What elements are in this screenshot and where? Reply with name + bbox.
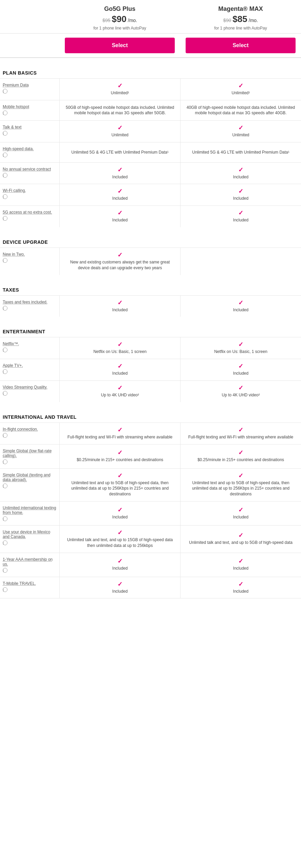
feature-value-0-4-0: ✓Included [59,163,180,184]
table-row: Mobile hotspoti50GB of high-speed mobile… [0,100,301,120]
feature-value-text: Included [233,566,248,571]
feature-value-0-2-0: ✓Unlimited [59,121,180,142]
checkmark-icon: ✓ [117,363,123,369]
section-header-3: ENTERTAINMENT [0,323,301,337]
feature-label-3-0: Netflix™.i [0,337,59,359]
table-row: High-speed data.iUnlimited 5G & 4G LTE w… [0,142,301,162]
info-icon[interactable]: i [3,568,7,573]
info-icon[interactable]: i [3,348,7,352]
feature-value-text: $0.25/minute in 215+ countries and desti… [77,457,163,463]
feature-value-3-1-0: ✓Included [59,359,180,380]
table-row: Talk & texti✓Unlimited✓Unlimited [0,120,301,142]
header-empty [0,5,59,31]
feature-value-text: Included [233,217,248,223]
feature-value-0-3-0: Unlimited 5G & 4G LTE with Unlimited Pre… [59,142,180,162]
checkmark-icon: ✓ [117,188,123,194]
select-button-0[interactable]: Select [65,38,175,53]
feature-value-text: Included [233,589,248,594]
feature-value-text: Included [112,514,128,520]
plan-note-1: for 1 phone line with AutoPay [186,26,296,31]
feature-value-4-0-0: ✓Full-flight texting and Wi-Fi with stre… [59,423,180,444]
feature-value-text: New and existing customers always get th… [65,259,175,271]
checkmark-icon: ✓ [238,83,243,89]
info-icon[interactable]: i [3,433,7,438]
checkmark-icon: ✓ [117,581,123,587]
feature-value-text: Up to 4K UHD video² [222,392,260,398]
feature-value-0-5-1: ✓Included [180,184,301,205]
feature-value-4-3-1: ✓Included [180,501,301,525]
select-empty [0,38,59,53]
feature-value-0-0-0: ✓Unlimited¹ [59,79,180,100]
checkmark-icon: ✓ [238,450,243,456]
checkmark-icon: ✓ [117,385,123,391]
feature-label-2-0: Taxes and fees included.i [0,296,59,317]
table-row: Video Streaming Quality.i✓Up to 4K UHD v… [0,380,301,402]
checkmark-icon: ✓ [117,83,123,89]
checkmark-icon: ✓ [117,300,123,306]
feature-label-3-2: Video Streaming Quality.i [0,381,59,402]
feature-label-0-0: Premium Datai [0,79,59,100]
table-row: Simple Global (texting and data abroad).… [0,468,301,501]
feature-value-4-4-1: ✓Unlimited talk and text, and up to 5GB … [180,526,301,553]
info-icon[interactable]: i [3,173,7,178]
info-icon[interactable]: i [3,516,7,521]
table-row: Premium Datai✓Unlimited¹✓Unlimited¹ [0,78,301,100]
info-icon[interactable]: i [3,258,7,263]
feature-value-4-2-0: ✓Unlimited text and up to 5GB of high-sp… [59,469,180,501]
info-icon[interactable]: i [3,459,7,464]
price-row-0: $95 $90 /mo. [65,14,175,24]
info-icon[interactable]: i [3,484,7,488]
feature-value-text: Included [112,174,128,180]
feature-label-3-1: Apple TV+.i [0,359,59,380]
info-icon[interactable]: i [3,587,7,592]
feature-label-0-5: Wi-Fi calling.i [0,184,59,205]
feature-value-text: Included [233,514,248,520]
feature-label-0-2: Talk & texti [0,121,59,142]
info-icon[interactable]: i [3,111,7,115]
table-row: Use your device in Mexico and Canada.i✓U… [0,525,301,553]
info-icon[interactable]: i [3,369,7,374]
select-button-1[interactable]: Select [186,38,296,53]
info-icon[interactable]: i [3,540,7,545]
feature-value-text: Unlimited¹ [111,90,129,96]
checkmark-icon: ✓ [238,341,243,348]
feature-value-text: 40GB of high-speed mobile hotspot data i… [186,105,296,116]
feature-value-text: Netflix on Us: Basic, 1 screen [93,349,147,355]
feature-value-text: Included [112,589,128,594]
feature-value-text: Full-flight texting and Wi-Fi with strea… [188,434,293,440]
info-icon[interactable]: i [3,194,7,199]
table-row: Unlimited international texting from hom… [0,501,301,525]
feature-value-text: Netflix on Us: Basic, 1 screen [214,349,267,355]
feature-value-1-0-1 [180,248,301,275]
checkmark-icon: ✓ [238,558,243,564]
info-icon[interactable]: i [3,391,7,396]
feature-value-0-3-1: Unlimited 5G & 4G LTE with Unlimited Pre… [180,142,301,162]
feature-value-3-2-0: ✓Up to 4K UHD video² [59,381,180,402]
feature-value-0-5-0: ✓Included [59,184,180,205]
feature-label-0-1: Mobile hotspoti [0,100,59,120]
checkmark-icon: ✓ [117,252,123,258]
section-header-2: TAXES [0,282,301,295]
info-icon[interactable]: i [3,306,7,311]
table-row: New in Two.i✓New and existing customers … [0,248,301,275]
plan-header-0: Go5G Plus $95 $90 /mo. for 1 phone line … [59,5,180,31]
checkmark-icon: ✓ [117,341,123,348]
checkmark-icon: ✓ [117,558,123,564]
info-icon[interactable]: i [3,153,7,157]
feature-value-text: Full-flight texting and Wi-Fi with strea… [68,434,172,440]
checkmark-icon: ✓ [238,300,243,306]
feature-label-0-3: High-speed data.i [0,142,59,162]
section-header-4: INTERNATIONAL AND TRAVEL [0,409,301,422]
feature-value-4-4-0: ✓Unlimited talk and text, and up to 15GB… [59,526,180,553]
info-icon[interactable]: i [3,131,7,136]
feature-value-1-0-0: ✓New and existing customers always get t… [59,248,180,275]
section-header-0: PLAN BASICS [0,65,301,78]
feature-value-text: Included [112,371,128,376]
checkmark-icon: ✓ [238,532,243,538]
info-icon[interactable]: i [3,89,7,94]
feature-value-text: Unlimited talk and text, and up to 15GB … [65,537,175,549]
checkmark-icon: ✓ [238,167,243,173]
info-icon[interactable]: i [3,216,7,221]
feature-value-2-0-1: ✓Included [180,296,301,317]
plan-price-original-1: $90 [223,18,231,23]
